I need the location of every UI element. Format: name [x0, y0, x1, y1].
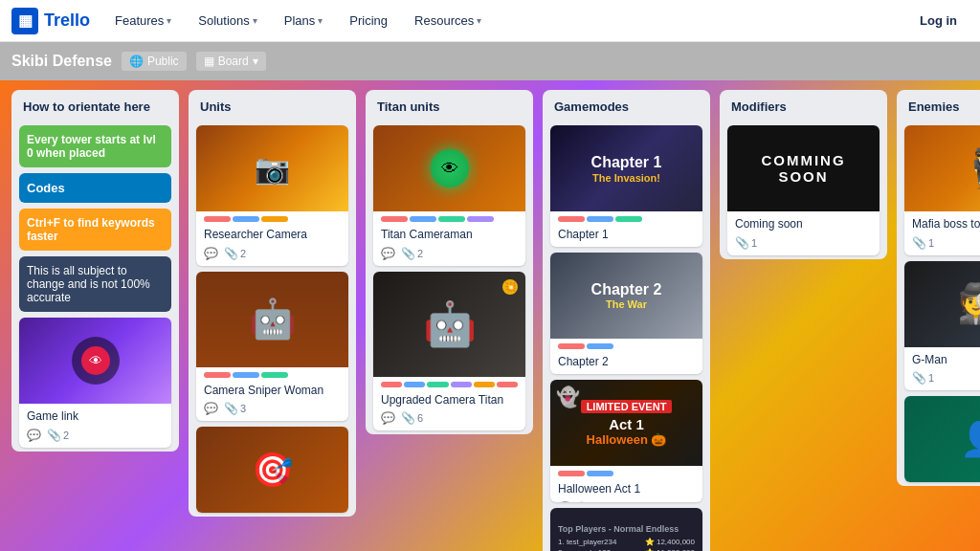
- card-enemy3-img: 👤: [904, 396, 980, 482]
- comment-badge: 💬: [558, 501, 572, 502]
- attachment-badge: 📎1: [912, 371, 934, 385]
- comment-icon: 💬: [558, 374, 572, 375]
- board-title: Skibi Defense: [11, 53, 112, 70]
- label-bar: [550, 211, 702, 222]
- attachment-icon: 📎: [912, 371, 926, 385]
- card-researcher-title: Researcher Camera: [204, 228, 341, 243]
- attachment-badge: 📎1: [912, 236, 934, 250]
- card-coming-soon[interactable]: COMMING SOON Coming soon 📎1: [727, 125, 880, 255]
- card-top-players[interactable]: Top Players - Normal Endless 1. test_pla…: [550, 508, 702, 551]
- visibility-badge[interactable]: 🌐 Public: [122, 52, 187, 71]
- card-coming-soon-title: Coming soon: [735, 217, 872, 232]
- card-ctrl-f[interactable]: Ctrl+F to find keywords faster: [19, 209, 171, 251]
- nav-solutions[interactable]: Solutions ▾: [189, 10, 266, 32]
- label-red: [558, 343, 585, 349]
- chevron-down-icon: ▾: [318, 15, 323, 26]
- list-title-modifiers: Modifiers: [727, 98, 880, 120]
- nav-plans[interactable]: Plans ▾: [275, 10, 333, 32]
- attachment-icon: 📎: [578, 374, 592, 375]
- list-units: Units 📷 Researcher Camera 💬 📎2: [189, 90, 356, 517]
- label-green: [438, 216, 465, 222]
- card-chapter1-title: Chapter 1: [558, 228, 695, 243]
- label-bar: [550, 339, 702, 349]
- list-title-units: Units: [196, 98, 348, 120]
- card-unit-3[interactable]: 🎯: [196, 427, 348, 513]
- card-halloween[interactable]: LIMITED EVENT Act 1 Halloween 🎃 👻 Hallow…: [550, 380, 702, 501]
- card-researcher-camera[interactable]: 📷 Researcher Camera 💬 📎2: [196, 125, 348, 266]
- card-halloween-title: Halloween Act 1: [558, 482, 695, 497]
- attachment-badge: 📎2: [401, 247, 423, 260]
- comment-icon: 💬: [558, 501, 572, 502]
- login-button[interactable]: Log in: [908, 8, 969, 33]
- label-yellow: [474, 382, 495, 387]
- label-red2: [497, 382, 518, 387]
- card-coming-soon-badges: 📎1: [735, 236, 872, 250]
- list-title-enemies: Enemies: [904, 98, 980, 120]
- card-mafia-title: Mafia boss toilet: [912, 217, 980, 232]
- board-view-button[interactable]: ▦ Board ▾: [196, 52, 266, 71]
- card-halloween-img: LIMITED EVENT Act 1 Halloween 🎃 👻: [550, 380, 702, 466]
- card-gman-title: G-Man: [912, 353, 980, 368]
- comment-badge: 💬: [27, 429, 41, 442]
- comment-icon: 💬: [204, 247, 218, 260]
- attachment-icon: 📎: [47, 429, 61, 442]
- card-chapter1[interactable]: Chapter 1 The Invasion! Chapter 1 💬 📎1: [550, 125, 702, 247]
- label-bar: [196, 367, 348, 378]
- card-codes[interactable]: Codes: [19, 173, 171, 203]
- card-game-link[interactable]: 👁 Game link 💬 📎 2: [19, 318, 171, 448]
- attachment-badge: 📎3: [224, 402, 246, 415]
- comment-badge: 💬: [381, 411, 395, 425]
- card-titan-badges: 💬 📎2: [381, 247, 518, 260]
- list-title-gamemodes: Gamemodes: [550, 98, 702, 120]
- card-gman-badges: 📎1: [912, 371, 980, 385]
- card-upgraded-title: Upgraded Camera Titan: [381, 393, 518, 408]
- board-background: How to orientate here Every tower starts…: [0, 80, 980, 551]
- attachment-icon: 📎: [912, 236, 926, 250]
- card-camera-sniper[interactable]: 🤖 Camera Sniper Woman 💬 📎3: [196, 272, 348, 422]
- card-mafia-boss[interactable]: 🕴 Mafia boss toilet 📎1: [904, 125, 980, 255]
- card-titan-cameraman[interactable]: 👁 Titan Cameraman 💬 📎2: [373, 125, 525, 266]
- comment-icon: 💬: [558, 247, 572, 248]
- label-red: [204, 216, 231, 222]
- comment-badge: 💬: [381, 247, 395, 260]
- list-titan-units: Titan units 👁 Titan Cameraman 💬: [366, 90, 533, 434]
- label-blue: [233, 216, 259, 222]
- card-gman[interactable]: 🕵 G-Man 📎1: [904, 261, 980, 391]
- list-title-titan: Titan units: [373, 98, 525, 120]
- chevron-down-icon: ▾: [253, 15, 257, 26]
- trello-logo-icon: ▦: [11, 8, 38, 34]
- card-chapter2[interactable]: Chapter 2 The War Chapter 2 💬 📎1: [550, 253, 702, 374]
- card-chapter1-img: Chapter 1 The Invasion!: [550, 125, 702, 211]
- board-header: Skibi Defense 🌐 Public ▦ Board ▾: [0, 42, 980, 80]
- label-blue: [404, 382, 425, 387]
- card-upgraded-titan[interactable]: 🤖 💥 Upgraded Camera Titan 💬 📎6: [373, 272, 525, 431]
- nav-features[interactable]: Features ▾: [105, 10, 181, 32]
- label-green: [427, 382, 448, 387]
- card-chapter2-title: Chapter 2: [558, 355, 695, 370]
- card-game-link-title: Game link: [27, 409, 164, 425]
- nav-resources[interactable]: Resources ▾: [405, 10, 491, 32]
- card-tower-info[interactable]: Every tower starts at lvl 0 when placed: [19, 125, 171, 167]
- card-titan-title: Titan Cameraman: [381, 228, 518, 243]
- card-subject-to-change[interactable]: This is all subject to change and is not…: [19, 256, 171, 312]
- card-coming-soon-img: COMMING SOON: [727, 125, 880, 211]
- logo[interactable]: ▦ Trello: [11, 8, 90, 34]
- board-view-icon: ▦: [204, 55, 214, 68]
- label-purple: [451, 382, 472, 387]
- label-red: [381, 216, 408, 222]
- card-top-players-img: Top Players - Normal Endless 1. test_pla…: [550, 508, 702, 551]
- attachment-icon: 📎: [735, 236, 749, 250]
- card-enemy-3[interactable]: 👤: [904, 396, 980, 482]
- attachment-icon: 📎: [401, 411, 415, 425]
- label-green: [615, 216, 642, 222]
- comment-icon: 💬: [381, 247, 395, 260]
- logo-text: Trello: [44, 11, 90, 31]
- label-green: [261, 372, 288, 378]
- label-bar: [373, 377, 525, 387]
- navbar: ▦ Trello Features ▾ Solutions ▾ Plans ▾ …: [0, 0, 980, 42]
- attachment-icon: 📎: [578, 501, 592, 502]
- card-game-link-image: 👁: [19, 318, 171, 404]
- card-halloween-badges: 💬 📎1: [558, 501, 695, 502]
- nav-pricing[interactable]: Pricing: [340, 10, 397, 32]
- attachment-badge: 📎1: [578, 247, 600, 248]
